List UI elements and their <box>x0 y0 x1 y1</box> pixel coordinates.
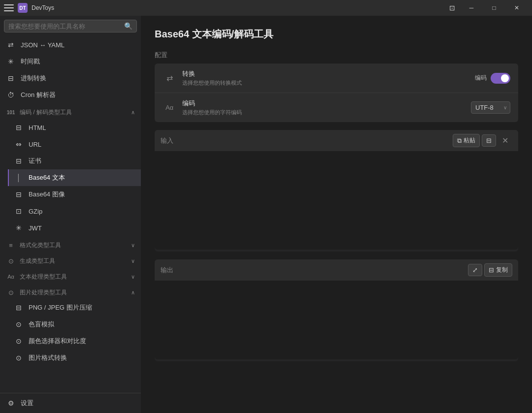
close-button[interactable]: ✕ <box>505 0 528 16</box>
encode-decode-section-icon: 101 <box>6 107 16 117</box>
output-toolbar: ⤢ ⊟ 复制 <box>468 263 512 277</box>
file-button[interactable]: ⊟ <box>482 134 496 147</box>
paste-icon: ⧉ <box>457 137 462 145</box>
sidebar-item-color-blind[interactable]: ⊙ 色盲模拟 <box>8 316 141 333</box>
chevron-down-icon: ∨ <box>131 258 135 264</box>
copy-label: 复制 <box>496 266 508 274</box>
jwt-icon: ✳ <box>14 223 24 233</box>
sidebar-item-label: JWT <box>29 224 42 232</box>
cron-icon: ⏱ <box>6 90 16 100</box>
settings-icon: ⚙ <box>6 398 16 408</box>
sidebar-item-label: 证书 <box>29 157 41 165</box>
encoding-control: UTF-8 ∨ <box>471 101 510 114</box>
chevron-up-icon: ∧ <box>131 109 135 116</box>
section-encode-decode[interactable]: 101 编码 / 解码类型工具 ∧ <box>0 103 141 119</box>
chevron-down-icon: ∨ <box>131 242 135 249</box>
sidebar-item-html[interactable]: ⊟ HTML <box>8 119 141 136</box>
search-box[interactable]: 🔍 <box>4 20 137 32</box>
conversion-control: 编码 <box>475 73 510 84</box>
input-toolbar: ⧉ 粘贴 ⊟ ✕ <box>453 134 512 147</box>
color-contrast-icon: ⊙ <box>14 336 24 346</box>
sidebar-item-base64-text[interactable]: │ Base64 文本 <box>8 169 141 186</box>
sidebar-item-base-convert[interactable]: ⊟ 进制转换 <box>0 70 141 87</box>
encoding-info: 编码 选择您想使用的字符编码 <box>182 99 471 116</box>
sidebar-item-jwt[interactable]: ✳ JWT <box>8 220 141 236</box>
output-textarea[interactable] <box>155 281 518 359</box>
sidebar-item-url[interactable]: ⇔ URL <box>8 136 141 153</box>
section-format[interactable]: ≡ 格式化类型工具 ∨ <box>0 236 141 252</box>
output-header: 输出 ⤢ ⊟ 复制 <box>155 259 518 281</box>
app-title: DevToys <box>32 4 444 11</box>
sidebar: 🔍 ⇄ JSON ↔ YAML ✳ 时间戳 ⊟ 进制转换 ⏱ Cron 解析器 … <box>0 16 141 413</box>
input-label: 输入 <box>161 136 453 145</box>
html-icon: ⊟ <box>14 123 24 132</box>
sidebar-item-png-jpeg[interactable]: ⊟ PNG / JPEG 图片压缩 <box>8 299 141 316</box>
conversion-config-row: ⇄ 转换 选择您想使用的转换模式 编码 <box>155 64 518 93</box>
png-jpeg-icon: ⊟ <box>14 303 24 313</box>
search-input[interactable] <box>8 23 124 30</box>
chevron-up-icon: ∧ <box>131 289 135 296</box>
base-convert-icon: ⊟ <box>6 73 16 83</box>
encode-decode-sub: ⊟ HTML ⇔ URL ⊟ 证书 │ Base64 文本 ⊟ Base64 图… <box>0 119 141 236</box>
snap-button[interactable]: ⊡ <box>444 0 460 16</box>
encoding-dropdown[interactable]: UTF-8 ∨ <box>471 101 510 114</box>
file-icon: ⊟ <box>486 137 492 144</box>
conversion-toggle[interactable] <box>491 73 510 84</box>
input-header: 输入 ⧉ 粘贴 ⊟ ✕ <box>155 130 518 151</box>
toggle-thumb <box>501 74 509 82</box>
chevron-down-icon: ∨ <box>131 274 135 280</box>
url-icon: ⇔ <box>14 139 24 149</box>
generate-section-icon: ⊙ <box>6 256 16 266</box>
input-textarea[interactable] <box>155 151 518 250</box>
input-area: 输入 ⧉ 粘贴 ⊟ ✕ <box>155 130 518 252</box>
menu-button[interactable] <box>4 3 14 13</box>
settings-item[interactable]: ⚙ 设置 <box>0 393 141 413</box>
sidebar-item-label: 进制转换 <box>21 74 46 83</box>
sidebar-item-gzip[interactable]: ⊡ GZip <box>8 203 141 220</box>
minimize-button[interactable]: ─ <box>460 0 483 16</box>
conversion-name: 转换 <box>182 69 475 78</box>
section-image[interactable]: ⊙ 图片处理类型工具 ∧ <box>0 284 141 299</box>
sidebar-item-json-yaml[interactable]: ⇄ JSON ↔ YAML <box>0 36 141 53</box>
section-text[interactable]: Aα 文本处理类型工具 ∨ <box>0 268 141 284</box>
copy-button[interactable]: ⊟ 复制 <box>484 263 512 277</box>
image-section-icon: ⊙ <box>6 287 16 297</box>
expand-button[interactable]: ⤢ <box>468 264 482 276</box>
sidebar-item-color-contrast[interactable]: ⊙ 颜色选择器和对比度 <box>8 333 141 349</box>
maximize-button[interactable]: □ <box>483 0 505 16</box>
paste-label: 粘贴 <box>464 136 475 145</box>
cert-icon: ⊟ <box>14 156 24 166</box>
encoding-desc: 选择您想使用的字符编码 <box>182 109 471 116</box>
section-label: 编码 / 解码类型工具 <box>20 108 72 117</box>
app-body: 🔍 ⇄ JSON ↔ YAML ✳ 时间戳 ⊟ 进制转换 ⏱ Cron 解析器 … <box>0 16 532 413</box>
settings-label: 设置 <box>21 399 33 408</box>
sidebar-item-cron[interactable]: ⏱ Cron 解析器 <box>0 87 141 103</box>
sidebar-item-label: GZip <box>29 208 42 215</box>
dropdown-value: UTF-8 <box>475 104 494 111</box>
sidebar-item-cert[interactable]: ⊟ 证书 <box>8 153 141 169</box>
sidebar-item-label: Cron 解析器 <box>21 91 56 99</box>
base64-text-icon: │ <box>14 173 24 183</box>
section-label: 图片处理类型工具 <box>20 288 67 297</box>
image-sub: ⊟ PNG / JPEG 图片压缩 ⊙ 色盲模拟 ⊙ 颜色选择器和对比度 ⊙ 图… <box>0 299 141 366</box>
paste-button[interactable]: ⧉ 粘贴 <box>453 134 480 147</box>
section-generate[interactable]: ⊙ 生成类型工具 ∨ <box>0 252 141 268</box>
sidebar-item-label: 时间戳 <box>21 57 40 66</box>
section-label: 格式化类型工具 <box>20 241 61 250</box>
sidebar-item-base64-image[interactable]: ⊟ Base64 图像 <box>8 186 141 203</box>
encoding-config-row: Aα 编码 选择您想使用的字符编码 UTF-8 ∨ <box>155 93 518 122</box>
conversion-desc: 选择您想使用的转换模式 <box>182 79 475 87</box>
timestamp-icon: ✳ <box>6 57 16 66</box>
section-label: 生成类型工具 <box>20 257 55 265</box>
copy-icon: ⊟ <box>489 266 494 274</box>
clear-button[interactable]: ✕ <box>498 134 512 147</box>
sidebar-item-label: Base64 图像 <box>29 190 65 199</box>
expand-icon: ⤢ <box>472 266 478 274</box>
sidebar-item-image-convert[interactable]: ⊙ 图片格式转换 <box>8 349 141 366</box>
text-section-icon: Aα <box>6 272 16 282</box>
app-logo: DT <box>18 3 28 13</box>
config-section-label: 配置 <box>155 51 518 60</box>
color-blind-icon: ⊙ <box>14 319 24 329</box>
sidebar-item-timestamp[interactable]: ✳ 时间戳 <box>0 53 141 70</box>
sidebar-item-label: 色盲模拟 <box>29 320 54 329</box>
